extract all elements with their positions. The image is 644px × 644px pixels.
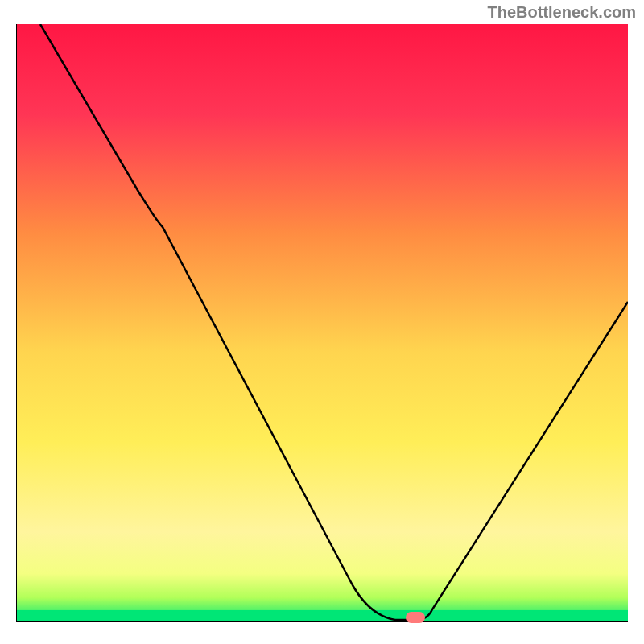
optimal-marker <box>406 612 425 623</box>
chart-container: TheBottleneck.com <box>0 0 644 644</box>
watermark-text: TheBottleneck.com <box>488 3 636 22</box>
chart-plot-area <box>16 24 628 628</box>
gradient-background <box>16 24 628 621</box>
chart-svg <box>16 24 628 628</box>
green-band <box>16 610 628 621</box>
